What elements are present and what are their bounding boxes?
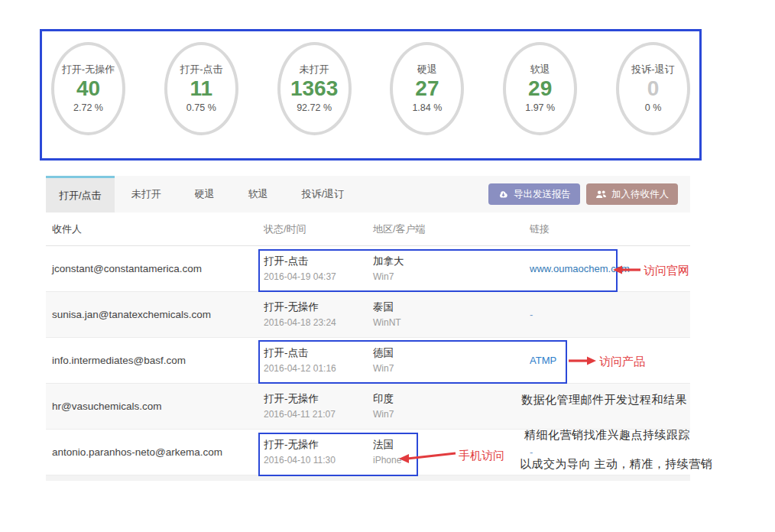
tracked-link[interactable]: ATMP (530, 355, 556, 366)
stat-value: 11 (190, 76, 212, 101)
status-text: 打开-点击 (264, 346, 373, 359)
stat-percent: 2.72 % (73, 102, 103, 113)
tab-complaint-unsubscribe[interactable]: 投诉/退订 (285, 176, 362, 212)
header-link: 链接 (530, 222, 690, 236)
status-text: 打开-无操作 (264, 438, 373, 451)
client-text: Win7 (373, 408, 530, 420)
link-cell: - (530, 446, 690, 458)
table-header: 收件人 状态/时间 地区/客户端 链接 (46, 212, 690, 246)
tab-unopened[interactable]: 未打开 (115, 176, 178, 212)
stat-hard-bounce: 硬退 27 1.84 % (390, 42, 464, 135)
email-report-page: 打开-无操作 40 2.72 % 打开-点击 11 0.75 % 未打开 136… (0, 0, 775, 532)
annotation-official-site: 访问官网 (644, 264, 689, 278)
header-status-time: 状态/时间 (264, 222, 373, 236)
stat-value: 0 (647, 76, 660, 101)
annotation-note-row5-a: 精细化营销找准兴趣点持续跟踪 (524, 428, 690, 443)
stat-label: 软退 (530, 64, 550, 75)
recipient-email: info.intermediates@basf.com (46, 355, 264, 366)
status-time-cell: 打开-点击 2016-04-19 04:37 (264, 255, 373, 283)
stat-label: 未打开 (300, 64, 329, 75)
stat-open-no-action: 打开-无操作 40 2.72 % (51, 42, 125, 135)
region-text: 加拿大 (373, 255, 530, 268)
cloud-download-icon (498, 190, 509, 200)
annotation-note-row4: 数据化管理邮件开发过程和结果 (521, 393, 687, 407)
status-time: 2016-04-11 21:07 (264, 408, 373, 420)
table-row: sunisa.jan@tanatexchemicals.com 打开-无操作 2… (46, 292, 690, 338)
region-text: 德国 (373, 346, 530, 359)
add-to-recipients-button[interactable]: 加入待收件人 (586, 183, 678, 205)
status-time: 2016-04-10 11:30 (264, 454, 373, 466)
recipient-email: jconstant@constantamerica.com (46, 263, 264, 274)
status-time: 2016-04-19 04:37 (264, 271, 373, 283)
annotation-product: 访问产品 (599, 355, 645, 369)
status-text: 打开-无操作 (264, 392, 373, 405)
recipient-email: sunisa.jan@tanatexchemicals.com (46, 309, 264, 320)
status-time: 2016-04-12 01:16 (264, 362, 373, 375)
header-recipient: 收件人 (46, 222, 264, 236)
add-to-recipients-label: 加入待收件人 (611, 188, 669, 201)
stat-percent: 0.75 % (186, 102, 216, 113)
status-time-cell: 打开-点击 2016-04-12 01:16 (264, 346, 373, 375)
export-report-label: 导出发送报告 (514, 188, 571, 201)
tab-soft-bounce[interactable]: 软退 (232, 176, 285, 212)
annotation-note-row5-b: 以成交为导向 主动，精准，持续营销 (520, 457, 712, 472)
stat-soft-bounce: 软退 29 1.97 % (503, 42, 577, 135)
toolbar: 导出发送报告 加入待收件人 (488, 176, 690, 212)
region-client-cell: 加拿大 Win7 (373, 255, 530, 283)
stat-complaint-unsubscribe: 投诉-退订 0 0 % (616, 42, 690, 135)
status-time-cell: 打开-无操作 2016-04-18 23:24 (264, 300, 373, 329)
status-text: 打开-无操作 (264, 300, 373, 313)
table-row: info.intermediates@basf.com 打开-点击 2016-0… (46, 338, 690, 384)
annotation-mobile-visit: 手机访问 (459, 449, 504, 463)
tracked-link[interactable]: www.oumaochem.com (530, 263, 630, 274)
client-text: WinNT (373, 316, 530, 329)
status-time-cell: 打开-无操作 2016-04-11 21:07 (264, 392, 373, 420)
stat-value: 40 (76, 76, 100, 101)
recipient-email: hr@vasuchemicals.com (46, 401, 264, 412)
stat-percent: 92.72 % (297, 102, 332, 113)
stats-summary-box: 打开-无操作 40 2.72 % 打开-点击 11 0.75 % 未打开 136… (40, 29, 702, 161)
region-text: 印度 (373, 392, 530, 405)
table-bottom-strip (46, 475, 690, 481)
recipient-email: antonio.paranhos-neto@arkema.com (46, 446, 264, 458)
stat-percent: 1.97 % (525, 102, 555, 113)
header-region-client: 地区/客户端 (373, 222, 530, 236)
stat-unopened: 未打开 1363 92.72 % (277, 42, 352, 135)
client-text: Win7 (373, 271, 530, 283)
region-text: 泰国 (373, 300, 530, 313)
tab-strip: 打开/点击 未打开 硬退 软退 投诉/退订 导出发送报告 (46, 176, 690, 212)
status-time-cell: 打开-无操作 2016-04-10 11:30 (264, 438, 373, 466)
region-text: 法国 (373, 438, 530, 451)
table-row: jconstant@constantamerica.com 打开-点击 2016… (46, 246, 690, 292)
tab-hard-bounce[interactable]: 硬退 (178, 176, 232, 212)
stat-open-click: 打开-点击 11 0.75 % (164, 42, 238, 135)
stat-percent: 1.84 % (412, 102, 442, 113)
stat-value: 27 (415, 76, 439, 101)
stat-label: 投诉-退订 (631, 64, 674, 75)
stat-value: 29 (528, 76, 552, 101)
users-icon (595, 190, 607, 199)
client-text: Win7 (373, 362, 530, 375)
stat-label: 打开-无操作 (62, 64, 115, 75)
tab-open-click[interactable]: 打开/点击 (46, 176, 115, 212)
client-text: iPhone (373, 454, 530, 466)
stat-percent: 0 % (645, 102, 662, 113)
status-text: 打开-点击 (264, 255, 373, 268)
export-report-button[interactable]: 导出发送报告 (488, 183, 580, 205)
stat-label: 打开-点击 (180, 64, 222, 75)
region-client-cell: 印度 Win7 (373, 392, 530, 420)
status-time: 2016-04-18 23:24 (264, 316, 373, 329)
link-cell: - (530, 309, 690, 320)
stat-label: 硬退 (417, 64, 437, 75)
region-client-cell: 泰国 WinNT (373, 300, 530, 329)
stat-value: 1363 (290, 76, 338, 101)
region-client-cell: 法国 iPhone (373, 438, 530, 466)
region-client-cell: 德国 Win7 (373, 346, 530, 375)
